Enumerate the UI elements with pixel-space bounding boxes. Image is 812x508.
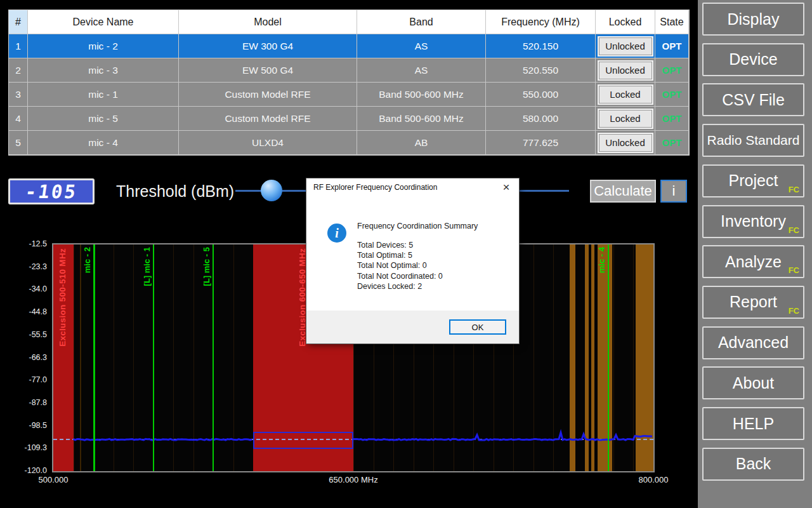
locked-toggle-button[interactable]: Locked [599, 110, 652, 128]
sidebar-button-label: Inventory [721, 212, 786, 231]
model-cell: EW 500 G4 [179, 58, 357, 83]
close-icon: × [502, 180, 509, 194]
table-body: 1mic - 2EW 300 G4AS520.150UnlockedOPT2mi… [9, 34, 689, 155]
header-cell-device-name: Device Name [28, 10, 179, 34]
model-cell: EW 300 G4 [179, 34, 357, 58]
sidebar-button-help[interactable]: HELP [702, 407, 804, 440]
device-marker-label: mic - 4 [597, 247, 606, 273]
summary-line: Total Not Optimal: 0 [357, 260, 443, 271]
threshold-display: -105 [8, 178, 95, 204]
header-cell-band: Band [357, 10, 486, 34]
header-cell-: # [9, 10, 28, 34]
state-badge: OPT [662, 137, 682, 148]
dialog-body: i Frequency Coordination Summary Total D… [306, 196, 519, 311]
model-cell: Custom Model RFE [179, 107, 357, 131]
header-cell-model: Model [179, 10, 357, 34]
y-axis-tick-label: -120.0 [1, 466, 47, 475]
y-axis-tick-label: -12.5 [1, 239, 47, 248]
state-cell: OPT [655, 58, 689, 83]
threshold-slider-thumb[interactable] [261, 180, 282, 201]
y-axis-tick-label: -44.8 [1, 307, 47, 316]
sidebar-button-label: HELP [733, 415, 774, 433]
app-window: -12.5-23.3-34.0-44.8-55.5-66.3-77.0-87.8… [0, 0, 812, 508]
frequency-cell: 777.625 [486, 131, 596, 155]
summary-line: Total Devices: 5 [357, 240, 443, 250]
sidebar-button-back[interactable]: Back [702, 448, 804, 481]
frequency-cell: 520.150 [486, 34, 596, 58]
header-cell-state: State [655, 10, 689, 34]
sidebar-button-label: Analyze [725, 253, 782, 271]
locked-cell: Unlocked [596, 58, 655, 83]
row-number-cell: 1 [9, 34, 28, 58]
header-cell-frequency-mhz: Frequency (MHz) [486, 10, 596, 34]
state-badge: OPT [662, 65, 682, 76]
table-row[interactable]: 2mic - 3EW 500 G4AS520.550UnlockedOPT [9, 58, 689, 83]
sidebar-button-inventory[interactable]: InventoryFC [702, 205, 804, 238]
table-row[interactable]: 1mic - 2EW 300 G4AS520.150UnlockedOPT [9, 34, 689, 58]
locked-cell: Unlocked [596, 131, 655, 155]
device-table: #Device NameModelBandFrequency (MHz)Lock… [8, 10, 690, 156]
sidebar-button-label: Device [729, 50, 777, 69]
sidebar-button-report[interactable]: ReportFC [702, 286, 804, 319]
sidebar-button-project[interactable]: ProjectFC [702, 164, 804, 197]
fc-badge: FC [789, 185, 799, 194]
ok-button[interactable]: OK [449, 319, 506, 335]
sidebar-button-label: Report [730, 293, 777, 311]
dialog-frequency-coordination: RF Explorer Frequency Coordination × i F… [306, 178, 519, 344]
sidebar-button-label: Advanced [718, 333, 789, 352]
fc-badge: FC [789, 225, 799, 235]
dialog-title: RF Explorer Frequency Coordination [306, 183, 437, 192]
table-header-row: #Device NameModelBandFrequency (MHz)Lock… [9, 10, 689, 34]
threshold-label: Threshold (dBm) [116, 182, 234, 201]
device-name-cell: mic - 4 [28, 131, 179, 155]
state-badge: OPT [662, 89, 682, 100]
model-cell: ULXD4 [179, 131, 357, 155]
dialog-titlebar[interactable]: RF Explorer Frequency Coordination × [306, 178, 519, 196]
table-row[interactable]: 4mic - 5Custom Model RFEBand 500-600 MHz… [9, 107, 689, 131]
table-row[interactable]: 5mic - 4ULXD4AB777.625UnlockedOPT [9, 131, 689, 155]
device-marker-label: mic - 2 [82, 247, 92, 273]
device-name-cell: mic - 5 [28, 107, 179, 131]
locked-cell: Locked [596, 83, 655, 107]
device-marker-label: [L] mic - 5 [202, 247, 211, 286]
sidebar-button-label: CSV File [722, 91, 785, 109]
sidebar-button-display[interactable]: Display [702, 3, 804, 36]
band-cell: Band 500-600 MHz [357, 107, 486, 131]
locked-toggle-button[interactable]: Unlocked [599, 37, 652, 55]
x-axis-tick-label: 800.000 [639, 475, 669, 485]
threshold-value: -105 [24, 181, 79, 203]
info-icon: i [327, 224, 346, 243]
y-axis-tick-label: -55.5 [1, 330, 47, 339]
row-number-cell: 3 [9, 83, 28, 107]
locked-toggle-button[interactable]: Unlocked [599, 62, 652, 79]
y-axis-tick-label: -109.3 [1, 443, 47, 452]
sidebar-button-label: Project [729, 171, 778, 190]
fc-badge: FC [789, 306, 799, 316]
y-axis-tick-label: -77.0 [1, 375, 47, 384]
sidebar-button-advanced[interactable]: Advanced [702, 326, 804, 359]
close-button[interactable]: × [494, 178, 519, 196]
sidebar-button-label: Radio Standard [707, 133, 800, 148]
locked-toggle-button[interactable]: Locked [599, 86, 652, 104]
locked-toggle-button[interactable]: Unlocked [599, 134, 652, 152]
y-axis-tick-label: -23.3 [1, 262, 47, 271]
device-marker-line [213, 244, 214, 471]
sidebar-button-about[interactable]: About [702, 366, 804, 399]
sidebar-button-analyze[interactable]: AnalyzeFC [702, 245, 804, 278]
table-row[interactable]: 3mic - 1Custom Model RFEBand 500-600 MHz… [9, 83, 689, 107]
calculate-button[interactable]: Calculate [590, 180, 656, 203]
y-axis-tick-label: -66.3 [1, 353, 47, 362]
sidebar-button-device[interactable]: Device [702, 43, 804, 76]
x-axis-tick-label: 650.000 MHz [329, 475, 377, 485]
band-cell: AS [357, 34, 486, 58]
frequency-cell: 520.550 [486, 58, 596, 83]
band-cell: AS [357, 58, 486, 83]
threshold-info-button[interactable]: i [660, 180, 687, 203]
dialog-summary-title: Frequency Coordination Summary [357, 222, 478, 231]
sidebar-button-radio-standard[interactable]: Radio Standard [702, 124, 804, 157]
sidebar-button-csv-file[interactable]: CSV File [702, 83, 804, 116]
sidebar-button-label: Display [728, 10, 780, 29]
sidebar-button-label: About [733, 374, 774, 392]
state-cell: OPT [655, 34, 689, 58]
fc-badge: FC [789, 265, 799, 275]
